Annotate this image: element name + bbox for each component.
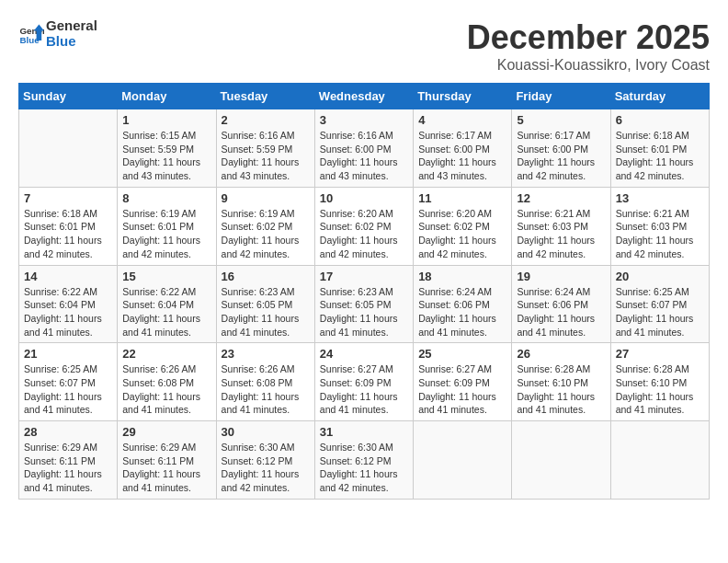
calendar-cell: 8Sunrise: 6:19 AMSunset: 6:01 PMDaylight… <box>118 187 216 265</box>
day-number: 12 <box>517 191 605 205</box>
day-detail: Sunrise: 6:30 AMSunset: 6:12 PMDaylight:… <box>222 441 310 495</box>
calendar-cell: 24Sunrise: 6:27 AMSunset: 6:09 PMDayligh… <box>314 343 413 421</box>
day-detail: Sunrise: 6:20 AMSunset: 6:02 PMDaylight:… <box>320 207 408 261</box>
day-detail: Sunrise: 6:20 AMSunset: 6:02 PMDaylight:… <box>418 207 506 261</box>
day-number: 21 <box>24 347 112 361</box>
day-detail: Sunrise: 6:25 AMSunset: 6:07 PMDaylight:… <box>24 362 112 417</box>
weekday-header-tuesday: Tuesday <box>216 84 314 109</box>
calendar-cell: 12Sunrise: 6:21 AMSunset: 6:03 PMDayligh… <box>512 187 610 265</box>
calendar-cell: 14Sunrise: 6:22 AMSunset: 6:04 PMDayligh… <box>19 265 118 343</box>
day-detail: Sunrise: 6:30 AMSunset: 6:12 PMDaylight:… <box>320 441 408 495</box>
logo-blue-text: Blue <box>46 34 97 50</box>
calendar-cell <box>610 421 709 500</box>
day-detail: Sunrise: 6:28 AMSunset: 6:10 PMDaylight:… <box>517 362 605 417</box>
day-detail: Sunrise: 6:19 AMSunset: 6:01 PMDaylight:… <box>122 207 210 261</box>
calendar-cell: 1Sunrise: 6:15 AMSunset: 5:59 PMDaylight… <box>118 109 216 188</box>
day-detail: Sunrise: 6:29 AMSunset: 6:11 PMDaylight:… <box>122 441 210 495</box>
day-number: 6 <box>616 113 704 127</box>
calendar-cell: 29Sunrise: 6:29 AMSunset: 6:11 PMDayligh… <box>118 421 216 500</box>
day-number: 25 <box>418 347 506 361</box>
calendar-cell: 23Sunrise: 6:26 AMSunset: 6:08 PMDayligh… <box>216 343 314 421</box>
day-number: 4 <box>418 113 506 127</box>
calendar-cell: 22Sunrise: 6:26 AMSunset: 6:08 PMDayligh… <box>118 343 216 421</box>
day-number: 13 <box>616 191 704 205</box>
calendar-cell <box>512 421 610 500</box>
calendar-cell <box>19 109 118 188</box>
calendar-cell: 19Sunrise: 6:24 AMSunset: 6:06 PMDayligh… <box>512 265 610 343</box>
month-year-title: December 2025 <box>467 18 710 57</box>
calendar-cell: 4Sunrise: 6:17 AMSunset: 6:00 PMDaylight… <box>414 109 512 188</box>
day-detail: Sunrise: 6:28 AMSunset: 6:10 PMDaylight:… <box>616 362 704 417</box>
calendar-cell: 15Sunrise: 6:22 AMSunset: 6:04 PMDayligh… <box>118 265 216 343</box>
day-detail: Sunrise: 6:16 AMSunset: 5:59 PMDaylight:… <box>222 129 310 183</box>
day-detail: Sunrise: 6:18 AMSunset: 6:01 PMDaylight:… <box>616 129 704 183</box>
day-detail: Sunrise: 6:22 AMSunset: 6:04 PMDaylight:… <box>122 285 210 339</box>
day-number: 20 <box>616 270 704 283</box>
day-detail: Sunrise: 6:18 AMSunset: 6:01 PMDaylight:… <box>24 207 112 261</box>
day-number: 5 <box>517 113 605 127</box>
day-detail: Sunrise: 6:17 AMSunset: 6:00 PMDaylight:… <box>517 129 605 183</box>
calendar-cell: 30Sunrise: 6:30 AMSunset: 6:12 PMDayligh… <box>216 421 314 500</box>
calendar-cell: 9Sunrise: 6:19 AMSunset: 6:02 PMDaylight… <box>216 187 314 265</box>
calendar-table: SundayMondayTuesdayWednesdayThursdayFrid… <box>18 83 710 500</box>
day-detail: Sunrise: 6:21 AMSunset: 6:03 PMDaylight:… <box>616 207 704 261</box>
calendar-cell: 2Sunrise: 6:16 AMSunset: 5:59 PMDaylight… <box>216 109 314 188</box>
day-detail: Sunrise: 6:25 AMSunset: 6:07 PMDaylight:… <box>616 285 704 339</box>
calendar-cell: 28Sunrise: 6:29 AMSunset: 6:11 PMDayligh… <box>19 421 118 500</box>
day-detail: Sunrise: 6:16 AMSunset: 6:00 PMDaylight:… <box>320 129 408 183</box>
day-number: 11 <box>418 191 506 205</box>
calendar-week-row: 14Sunrise: 6:22 AMSunset: 6:04 PMDayligh… <box>19 265 710 343</box>
day-detail: Sunrise: 6:21 AMSunset: 6:03 PMDaylight:… <box>517 207 605 261</box>
calendar-cell: 7Sunrise: 6:18 AMSunset: 6:01 PMDaylight… <box>19 187 118 265</box>
day-number: 26 <box>517 347 605 361</box>
calendar-cell <box>414 421 512 500</box>
day-number: 15 <box>122 270 210 283</box>
calendar-cell: 3Sunrise: 6:16 AMSunset: 6:00 PMDaylight… <box>314 109 413 188</box>
day-number: 17 <box>320 270 408 283</box>
day-detail: Sunrise: 6:29 AMSunset: 6:11 PMDaylight:… <box>24 441 112 495</box>
calendar-cell: 27Sunrise: 6:28 AMSunset: 6:10 PMDayligh… <box>610 343 709 421</box>
day-number: 19 <box>517 270 605 283</box>
weekday-header-wednesday: Wednesday <box>314 84 413 109</box>
calendar-cell: 25Sunrise: 6:27 AMSunset: 6:09 PMDayligh… <box>414 343 512 421</box>
weekday-header-thursday: Thursday <box>414 84 512 109</box>
day-number: 22 <box>122 347 210 361</box>
day-number: 28 <box>24 425 112 439</box>
logo-general-text: General <box>46 18 97 34</box>
weekday-header-sunday: Sunday <box>19 84 118 109</box>
weekday-header-friday: Friday <box>512 84 610 109</box>
day-detail: Sunrise: 6:26 AMSunset: 6:08 PMDaylight:… <box>222 362 310 417</box>
day-number: 16 <box>222 270 310 283</box>
day-number: 14 <box>24 270 112 283</box>
logo-icon: General Blue <box>18 21 44 47</box>
day-detail: Sunrise: 6:22 AMSunset: 6:04 PMDaylight:… <box>24 285 112 339</box>
day-number: 10 <box>320 191 408 205</box>
calendar-cell: 20Sunrise: 6:25 AMSunset: 6:07 PMDayligh… <box>610 265 709 343</box>
day-detail: Sunrise: 6:23 AMSunset: 6:05 PMDaylight:… <box>222 285 310 339</box>
day-number: 23 <box>222 347 310 361</box>
day-number: 8 <box>122 191 210 205</box>
day-detail: Sunrise: 6:24 AMSunset: 6:06 PMDaylight:… <box>418 285 506 339</box>
logo: General Blue General Blue <box>18 18 97 49</box>
day-number: 3 <box>320 113 408 127</box>
day-detail: Sunrise: 6:17 AMSunset: 6:00 PMDaylight:… <box>418 129 506 183</box>
day-detail: Sunrise: 6:23 AMSunset: 6:05 PMDaylight:… <box>320 285 408 339</box>
calendar-cell: 13Sunrise: 6:21 AMSunset: 6:03 PMDayligh… <box>610 187 709 265</box>
day-number: 1 <box>122 113 210 127</box>
day-number: 27 <box>616 347 704 361</box>
day-detail: Sunrise: 6:27 AMSunset: 6:09 PMDaylight:… <box>418 362 506 417</box>
calendar-cell: 18Sunrise: 6:24 AMSunset: 6:06 PMDayligh… <box>414 265 512 343</box>
weekday-header-row: SundayMondayTuesdayWednesdayThursdayFrid… <box>19 84 710 109</box>
day-number: 30 <box>222 425 310 439</box>
calendar-cell: 17Sunrise: 6:23 AMSunset: 6:05 PMDayligh… <box>314 265 413 343</box>
location-subtitle: Kouassi-Kouassikro, Ivory Coast <box>467 57 710 74</box>
day-number: 18 <box>418 270 506 283</box>
calendar-cell: 11Sunrise: 6:20 AMSunset: 6:02 PMDayligh… <box>414 187 512 265</box>
calendar-cell: 21Sunrise: 6:25 AMSunset: 6:07 PMDayligh… <box>19 343 118 421</box>
day-number: 31 <box>320 425 408 439</box>
day-number: 7 <box>24 191 112 205</box>
calendar-week-row: 28Sunrise: 6:29 AMSunset: 6:11 PMDayligh… <box>19 421 710 500</box>
day-detail: Sunrise: 6:15 AMSunset: 5:59 PMDaylight:… <box>122 129 210 183</box>
header: General Blue General Blue December 2025 … <box>18 18 710 74</box>
day-detail: Sunrise: 6:26 AMSunset: 6:08 PMDaylight:… <box>122 362 210 417</box>
